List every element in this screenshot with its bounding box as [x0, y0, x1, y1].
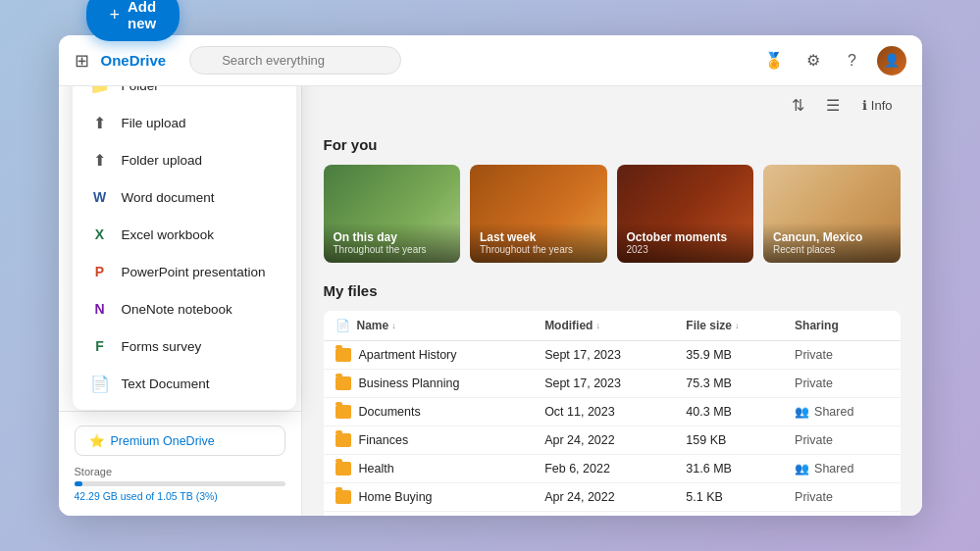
list-view-button[interactable]: ☰	[819, 92, 847, 119]
premium-onedrive-button[interactable]: ⭐ Premium OneDrive	[75, 426, 285, 456]
dropdown-item-text[interactable]: 📄 Text Document	[73, 365, 296, 402]
word-icon: W	[90, 187, 110, 207]
file-modified-4: Feb 6, 2022	[533, 455, 674, 483]
card-overlay-3: Cancun, Mexico Recent places	[763, 223, 901, 263]
main-layout: 📁 Folder ⬆ File upload ⬆ Folder upload W…	[59, 86, 922, 516]
dropdown-label-file-upload: File upload	[122, 116, 186, 130]
file-modified-1: Sept 17, 2023	[533, 370, 674, 398]
card-title-2: October moments	[627, 230, 745, 244]
dropdown-item-folder[interactable]: 📁 Folder	[73, 86, 296, 104]
dropdown-item-file-upload[interactable]: ⬆ File upload	[73, 104, 296, 141]
file-sharing-6: Private	[783, 512, 900, 517]
avatar[interactable]: 👤	[877, 46, 906, 75]
file-name-cell-2: Documents	[324, 398, 534, 426]
file-name-cell-6: Home Videos	[324, 512, 534, 517]
table-row[interactable]: Finances Apr 24, 2022 159 KB Private	[324, 426, 901, 455]
table-row[interactable]: Home Buying Apr 24, 2022 5.1 KB Private	[324, 483, 901, 512]
card-title-0: On this day	[334, 230, 451, 244]
file-size-2: 40.3 MB	[674, 398, 783, 426]
plus-icon: +	[110, 5, 121, 25]
folder-icon-row-2	[335, 405, 351, 419]
search-input[interactable]	[189, 46, 401, 75]
rewards-icon-btn[interactable]: 🏅	[759, 46, 789, 75]
file-modified-5: Apr 24, 2022	[533, 483, 674, 512]
table-row[interactable]: Home Videos Jun 22, 2021 11 GB Private	[324, 512, 901, 517]
table-row[interactable]: Business Planning Sept 17, 2023 75.3 MB …	[324, 370, 901, 398]
onenote-icon: N	[90, 299, 110, 319]
dropdown-item-onenote[interactable]: N OneNote notebook	[73, 290, 296, 327]
folder-upload-icon: ⬆	[90, 150, 110, 170]
storage-text: 42.29 GB used of 1.05 TB (3%)	[75, 490, 285, 502]
shared-icon: 👥	[795, 405, 809, 419]
col-header-name[interactable]: 📄 Name ↓	[324, 311, 534, 341]
file-name-2: Documents	[359, 405, 421, 419]
file-name-3: Finances	[359, 433, 409, 447]
folder-icon-row-3	[335, 433, 351, 447]
file-modified-3: Apr 24, 2022	[533, 426, 674, 455]
file-name-5: Home Buying	[359, 490, 433, 504]
file-name-0: Apartment History	[359, 348, 457, 362]
dropdown-item-word[interactable]: W Word document	[73, 178, 296, 216]
folder-icon-row-4	[335, 462, 351, 476]
grid-icon[interactable]: ⊞	[75, 50, 89, 72]
filesize-sort-arrow: ↓	[735, 321, 740, 330]
file-upload-icon: ⬆	[90, 113, 110, 132]
search-wrap: 🔍	[189, 46, 462, 75]
settings-icon-btn[interactable]: ⚙	[799, 46, 828, 75]
card-title-3: Cancun, Mexico	[773, 230, 891, 244]
storage-bar-bg	[75, 481, 285, 486]
my-files-title: My files	[324, 282, 901, 299]
sort-button[interactable]: ⇅	[785, 92, 811, 119]
file-sharing-1: Private	[783, 370, 900, 398]
table-row[interactable]: Apartment History Sept 17, 2023 35.9 MB …	[324, 341, 901, 370]
table-row[interactable]: Documents Oct 11, 2023 40.3 MB 👥 Shared	[324, 398, 901, 426]
folder-icon-row-0	[335, 348, 351, 362]
dropdown-label-text: Text Document	[122, 376, 210, 391]
dropdown-item-excel[interactable]: X Excel workbook	[73, 216, 296, 253]
card-sub-2: 2023	[627, 244, 745, 255]
file-modified-0: Sept 17, 2023	[533, 341, 674, 370]
help-icon-btn[interactable]: ?	[838, 46, 867, 75]
file-size-3: 159 KB	[674, 426, 783, 455]
shared-icon: 👥	[795, 462, 809, 476]
folder-icon: 📁	[90, 86, 110, 95]
cards-row: On this day Throughout the years Last we…	[324, 165, 901, 263]
dropdown-label-folder-upload: Folder upload	[122, 153, 203, 168]
info-button[interactable]: ℹ Info	[854, 94, 901, 117]
file-sharing-5: Private	[783, 483, 900, 512]
media-card-0[interactable]: On this day Throughout the years	[324, 165, 461, 263]
file-size-6: 11 GB	[674, 512, 783, 517]
app-title: OneDrive	[101, 52, 167, 69]
premium-label: Premium OneDrive	[111, 434, 215, 448]
info-label: Info	[871, 98, 893, 113]
add-new-button[interactable]: + Add new	[86, 0, 181, 41]
media-card-3[interactable]: Cancun, Mexico Recent places	[763, 165, 901, 263]
file-sharing-2: 👥 Shared	[783, 398, 900, 426]
file-name-cell-0: Apartment History	[324, 341, 534, 370]
forms-icon: F	[90, 336, 110, 356]
text-doc-icon: 📄	[90, 374, 110, 393]
file-sharing-4: 👥 Shared	[783, 455, 900, 483]
dropdown-item-forms[interactable]: F Forms survey	[73, 327, 296, 365]
card-overlay-0: On this day Throughout the years	[324, 223, 461, 263]
card-sub-0: Throughout the years	[334, 244, 451, 255]
table-row[interactable]: Health Feb 6, 2022 31.6 MB 👥 Shared	[324, 455, 901, 483]
file-name-4: Health	[359, 462, 394, 476]
dropdown-item-folder-upload[interactable]: ⬆ Folder upload	[73, 141, 296, 178]
col-header-filesize[interactable]: File size ↓	[674, 311, 783, 341]
excel-icon: X	[90, 225, 110, 244]
dropdown-item-ppt[interactable]: P PowerPoint presentation	[73, 253, 296, 290]
sharing-label: Private	[795, 376, 833, 390]
card-overlay-2: October moments 2023	[617, 223, 754, 263]
content-area: ⇅ ☰ ℹ Info For you On this day Throughou…	[302, 86, 922, 516]
media-card-1[interactable]: Last week Throughout the years	[470, 165, 607, 263]
my-files-table: 📄 Name ↓ Modified ↓	[324, 311, 901, 516]
file-sharing-3: Private	[783, 426, 900, 455]
dropdown-label-word: Word document	[122, 190, 215, 205]
for-you-title: For you	[324, 136, 901, 153]
col-header-modified[interactable]: Modified ↓	[533, 311, 674, 341]
dropdown-label-onenote: OneNote notebook	[122, 302, 232, 317]
card-sub-3: Recent places	[773, 244, 891, 255]
file-sharing-0: Private	[783, 341, 900, 370]
media-card-2[interactable]: October moments 2023	[617, 165, 754, 263]
